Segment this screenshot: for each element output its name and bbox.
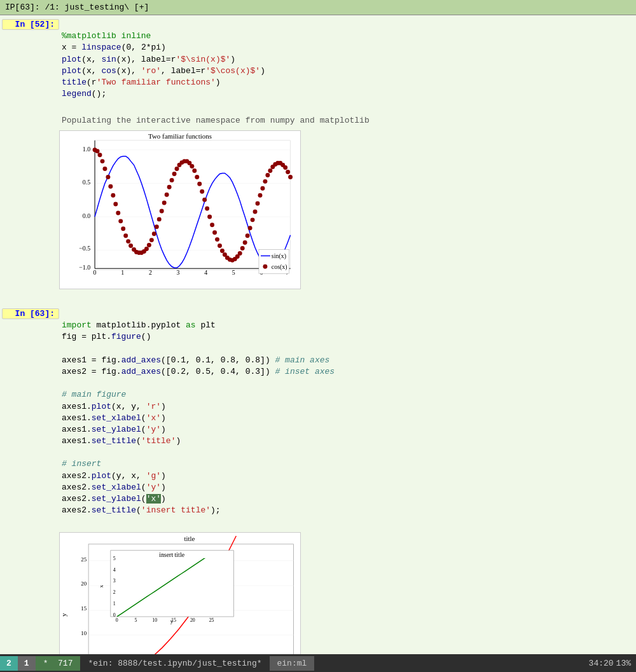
svg-point-71 — [215, 237, 219, 242]
status-indicator-text: * — [43, 659, 48, 668]
svg-text:0: 0 — [93, 269, 97, 276]
status-file: *ein: 8888/test.ipynb/just_testing* — [80, 659, 269, 668]
svg-point-32 — [116, 210, 120, 215]
svg-text:0: 0 — [116, 617, 118, 622]
svg-point-49 — [160, 209, 164, 214]
svg-point-27 — [102, 167, 107, 171]
import-kw: import — [62, 320, 92, 330]
svg-point-104 — [263, 264, 267, 269]
plot-fn-inset: plot — [92, 471, 111, 481]
svg-text:0.0: 0.0 — [83, 212, 90, 219]
svg-point-98 — [283, 165, 287, 170]
title-bar: IP[63]: /1: just_testing\ [+] — [0, 0, 636, 15]
svg-point-66 — [202, 198, 207, 202]
status-kernel: ein:ml — [270, 656, 315, 671]
svg-point-90 — [263, 179, 267, 184]
ylabel-fn1: set_ylabel — [92, 425, 141, 434]
svg-point-45 — [149, 238, 154, 242]
svg-point-52 — [167, 185, 172, 189]
svg-point-51 — [165, 193, 169, 197]
plot1-container: Two familiar functions 1.0 0.5 0.0 −0.5 … — [59, 130, 636, 292]
svg-point-61 — [190, 164, 194, 168]
svg-point-89 — [260, 186, 265, 191]
xlabel-fn2: set_xlabel — [92, 483, 141, 492]
status-bar: 2 1 * 717 *ein: 8888/test.ipynb/just_tes… — [0, 654, 636, 672]
svg-point-63 — [195, 175, 199, 179]
title-text: IP[63]: /1: just_testing\ [+] — [5, 3, 149, 12]
svg-point-48 — [157, 217, 162, 221]
status-right: 34:20 13% — [589, 659, 636, 668]
status-percent: 13% — [616, 659, 631, 668]
svg-point-67 — [205, 207, 209, 211]
svg-text:4: 4 — [113, 566, 116, 572]
svg-text:sin(x): sin(x) — [272, 252, 286, 260]
title-fn: title — [62, 78, 86, 87]
cell-63-input: In [63]: import matplotlib.pyplot as plt… — [2, 307, 636, 530]
add-axes-fn2: add_axes — [121, 367, 161, 376]
magic-cmd: %matplotlib inline — [62, 31, 151, 41]
xlabel-fn1: set_xlabel — [92, 413, 141, 423]
svg-point-83 — [245, 233, 250, 238]
svg-point-24 — [95, 149, 100, 153]
svg-text:3: 3 — [177, 269, 180, 276]
plot1-svg: Two familiar functions 1.0 0.5 0.0 −0.5 … — [59, 130, 301, 289]
svg-text:10: 10 — [81, 629, 86, 636]
svg-point-28 — [106, 175, 110, 179]
svg-point-80 — [238, 251, 242, 256]
svg-point-88 — [258, 193, 263, 198]
svg-text:10: 10 — [152, 617, 157, 622]
svg-text:3: 3 — [113, 578, 116, 584]
svg-text:insert title: insert title — [159, 551, 184, 558]
svg-point-36 — [126, 239, 130, 243]
svg-point-31 — [113, 202, 118, 207]
svg-text:5: 5 — [135, 617, 137, 622]
cell-52: In [52]: %matplotlib inline x = linspace… — [0, 15, 636, 299]
svg-point-35 — [123, 233, 128, 238]
svg-text:cos(x): cos(x) — [272, 263, 287, 271]
status-num2: 1 — [18, 656, 36, 671]
svg-point-30 — [111, 193, 115, 198]
legend-fn: legend — [62, 89, 92, 99]
cell-52-prompt: In [52]: — [2, 19, 59, 30]
svg-text:5: 5 — [113, 555, 116, 561]
figure-fn: figure — [111, 332, 141, 341]
svg-point-72 — [218, 243, 222, 248]
svg-point-62 — [192, 168, 197, 173]
add-axes-fn1: add_axes — [121, 355, 161, 365]
svg-text:y: y — [60, 612, 67, 616]
svg-text:25: 25 — [209, 617, 214, 622]
svg-point-50 — [162, 201, 167, 205]
svg-point-44 — [147, 243, 151, 247]
svg-point-87 — [256, 202, 260, 206]
svg-point-91 — [265, 173, 270, 177]
title-fn1: set_title — [92, 436, 136, 446]
svg-text:20: 20 — [81, 580, 86, 587]
svg-point-26 — [100, 159, 105, 163]
status-left: 2 1 * 717 *ein: 8888/test.ipynb/just_tes… — [0, 656, 314, 671]
svg-text:−0.5: −0.5 — [79, 245, 90, 252]
cell-52-output: Populating the interactive namespace fro… — [59, 113, 636, 128]
notebook: In [52]: %matplotlib inline x = linspace… — [0, 15, 636, 654]
cell-63-prompt: In [63]: — [2, 308, 59, 319]
svg-point-46 — [152, 231, 156, 236]
status-num1: 2 — [0, 656, 18, 671]
svg-text:15: 15 — [81, 605, 86, 612]
svg-point-55 — [175, 167, 179, 171]
svg-text:2: 2 — [149, 269, 152, 276]
svg-point-99 — [286, 170, 290, 174]
svg-point-33 — [118, 219, 123, 223]
cell-63-code[interactable]: import matplotlib.pyplot as plt fig = pl… — [59, 308, 636, 528]
svg-point-34 — [121, 226, 125, 231]
svg-point-65 — [200, 189, 204, 194]
svg-text:title: title — [184, 534, 195, 542]
comment-insert: # insert — [62, 459, 101, 469]
plot-fn2: plot — [62, 66, 81, 76]
svg-point-53 — [170, 178, 174, 182]
title-fn2: set_title — [92, 505, 136, 515]
cell-52-input: In [52]: %matplotlib inline x = linspace… — [2, 18, 636, 113]
svg-point-68 — [207, 214, 212, 219]
cell-52-code[interactable]: %matplotlib inline x = linspace(0, 2*pi)… — [59, 19, 636, 112]
svg-point-84 — [248, 226, 252, 230]
svg-text:2: 2 — [113, 589, 116, 595]
svg-text:15: 15 — [171, 617, 176, 622]
